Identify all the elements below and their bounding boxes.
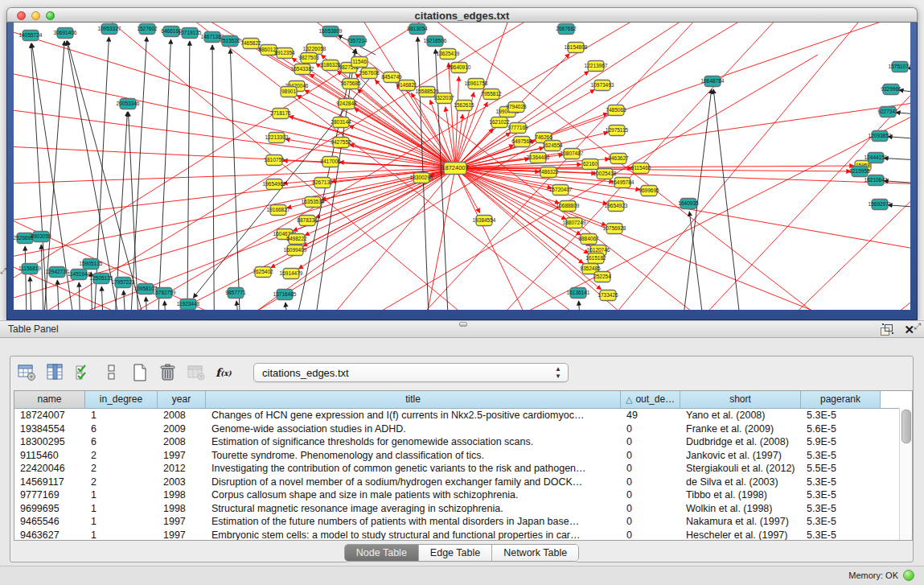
graph-node[interactable]: 9322037 (433, 93, 454, 104)
graph-node[interactable]: 13625419 (437, 49, 460, 60)
graph-node[interactable]: 16099409 (284, 245, 307, 256)
graph-node[interactable]: 19218506 (424, 36, 447, 47)
table-cell[interactable]: 0 (621, 462, 680, 476)
column-header-short[interactable]: short (680, 391, 801, 408)
table-cell[interactable]: 0 (621, 529, 680, 542)
graph-node[interactable]: 18807249 (563, 218, 586, 229)
graph-node[interactable]: 16136141 (567, 288, 590, 299)
table-row[interactable]: 1872400712008Changes of HCN gene express… (14, 409, 912, 422)
graph-node[interactable]: 8186328 (320, 60, 341, 71)
table-cell[interactable]: 1998 (158, 502, 206, 516)
table-cell[interactable]: 1 (85, 529, 158, 542)
table-cell[interactable]: Estimation of the future numbers of pati… (206, 515, 621, 529)
table-cell[interactable]: Wolkin et al. (1998) (680, 502, 801, 516)
table-cell[interactable]: 1997 (158, 515, 206, 529)
table-cell[interactable]: 5.6E-5 (801, 422, 881, 436)
graph-node[interactable]: 1527602 (137, 24, 158, 35)
graph-node[interactable]: 1562615 (454, 101, 474, 111)
graph-node[interactable]: 252254 (593, 272, 611, 282)
table-cell[interactable]: 1 (85, 409, 158, 422)
graph-node[interactable]: 9699695 (639, 186, 659, 196)
graph-node[interactable]: 7485063 (606, 105, 626, 116)
graph-node[interactable]: 9329966 (881, 84, 901, 95)
table-selector[interactable]: citations_edges.txt ▲▼ (253, 363, 569, 382)
table-cell[interactable]: 5.3E-5 (801, 476, 881, 489)
graph-node[interactable]: 9417006 (320, 157, 341, 167)
graph-node[interactable]: 12942737 (46, 267, 69, 278)
graph-node[interactable]: 7357214 (347, 36, 368, 47)
graph-node[interactable]: 12975115 (606, 126, 629, 136)
network-canvas[interactable]: 1872400774658229860123891235413226058982… (14, 23, 910, 310)
table-row[interactable]: 977716911998Corpus callosum shape and si… (14, 488, 912, 502)
float-panel-icon[interactable] (881, 323, 893, 336)
graph-node[interactable]: 10688809 (556, 201, 580, 212)
graph-node[interactable]: 9427552 (331, 138, 351, 148)
graph-node[interactable]: 18640910 (448, 63, 471, 73)
table-cell[interactable]: 49 (621, 409, 680, 422)
table-cell[interactable]: Corpus callosum shape and size in male p… (206, 488, 621, 502)
graph-node[interactable]: 9777169 (507, 123, 528, 134)
table-cell[interactable]: 9777169 (14, 488, 85, 502)
graph-node[interactable]: 12213967 (585, 61, 608, 72)
graph-node[interactable]: 1733426 (598, 290, 618, 301)
column-header-pagerank[interactable]: pagerank (801, 391, 881, 408)
window-titlebar[interactable]: citations_edges.txt (6, 7, 918, 23)
graph-node[interactable]: 11546 (351, 57, 368, 68)
panel-splitter-grip[interactable] (459, 322, 467, 327)
table-cell[interactable]: 2003 (158, 476, 206, 489)
scrollbar-thumb[interactable] (901, 410, 911, 443)
delete-table-button[interactable] (186, 362, 207, 383)
graph-node[interactable]: 9115460 (631, 163, 651, 174)
graph-node[interactable]: 1640935 (678, 199, 699, 209)
table-cell[interactable]: 1 (85, 515, 158, 529)
graph-node[interactable]: 13716485 (273, 290, 297, 300)
table-cell[interactable]: de Silva et al. (2003) (680, 476, 801, 489)
graph-node[interactable]: 11156819 (18, 264, 41, 274)
graph-node[interactable]: 10719135 (179, 28, 202, 39)
table-cell[interactable]: Disruption of a novel member of a sodium… (206, 476, 621, 489)
table-cell[interactable]: 5.3E-5 (801, 409, 881, 422)
graph-node[interactable]: 12093852 (869, 131, 892, 142)
graph-node[interactable]: 12505135 (90, 274, 113, 284)
edge-table-tab[interactable]: Edge Table (419, 545, 492, 561)
table-cell[interactable]: 1 (85, 488, 158, 502)
graph-node[interactable]: 8813054 (407, 24, 428, 35)
table-cell[interactable]: 2 (85, 476, 158, 489)
table-cell[interactable]: 5.9E-5 (801, 435, 881, 449)
table-cell[interactable]: 5.3E-5 (801, 515, 881, 529)
graph-node[interactable]: 7486322 (538, 167, 559, 178)
graph-node[interactable]: 15751074 (889, 62, 910, 72)
table-cell[interactable]: 0 (621, 488, 680, 502)
citation-graph[interactable]: 1872400774658229860123891235413226058982… (14, 23, 910, 310)
graph-node[interactable]: 8215955 (849, 167, 870, 177)
table-row[interactable]: 2242004622012Investigating the contribut… (14, 462, 912, 476)
graph-node[interactable]: 3675685 (340, 79, 361, 89)
graph-node[interactable]: 19384554 (473, 216, 496, 226)
table-cell[interactable]: 2008 (158, 435, 206, 449)
graph-node[interactable]: 10973493 (591, 80, 614, 91)
table-row[interactable]: 1830029562008Estimation of significance … (14, 435, 912, 449)
graph-node[interactable]: 11923448 (177, 299, 200, 310)
table-cell[interactable]: Tourette syndrome. Phenomenology and cla… (206, 449, 621, 463)
graph-node[interactable]: 8878334 (297, 216, 318, 226)
table-cell[interactable]: 1998 (158, 488, 206, 502)
graph-node[interactable]: 19166827 (267, 205, 290, 216)
table-row[interactable]: 911546021997Tourette syndrome. Phenomeno… (14, 449, 912, 463)
graph-node[interactable]: 15905135 (80, 259, 103, 270)
network-table-tab[interactable]: Network Table (492, 545, 578, 561)
node-table-tab[interactable]: Node Table (345, 545, 419, 561)
table-cell[interactable]: Genome-wide association studies in ADHD. (206, 422, 621, 436)
graph-node[interactable]: 16154808 (565, 43, 588, 53)
graph-node[interactable]: 1621022 (489, 117, 510, 128)
column-header-outde[interactable]: △out_de… (621, 391, 680, 408)
table-cell[interactable]: 14569117 (14, 476, 85, 489)
table-vertical-scrollbar[interactable] (899, 408, 912, 540)
show-columns-button[interactable] (45, 362, 66, 383)
graph-node[interactable]: 2687682 (556, 24, 577, 35)
graph-node[interactable]: 1624554 (542, 141, 563, 151)
graph-node[interactable]: 15720407 (549, 185, 573, 196)
column-header-title[interactable]: title (206, 391, 621, 408)
table-cell[interactable]: 0 (621, 515, 680, 529)
table-cell[interactable]: 2 (85, 462, 158, 476)
graph-node[interactable]: 10756928 (603, 224, 626, 234)
